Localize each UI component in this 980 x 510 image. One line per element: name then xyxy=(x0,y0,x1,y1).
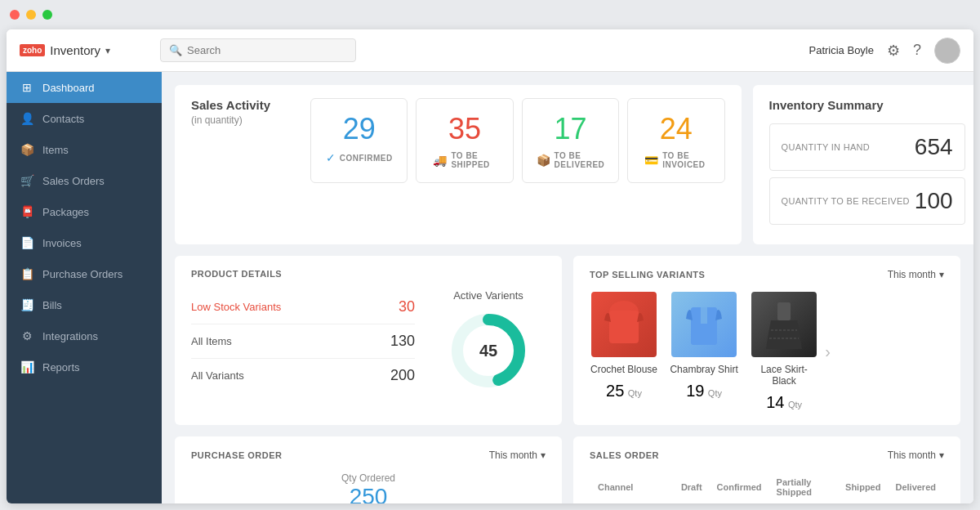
sidebar-item-contacts[interactable]: 👤 Contacts xyxy=(7,103,162,134)
user-name[interactable]: Patricia Boyle xyxy=(809,44,874,56)
all-variants-label: All Variants xyxy=(191,369,244,382)
purchase-order-header: PURCHASE ORDER This month ▾ xyxy=(191,450,546,461)
product-details-left: PRODUCT DETAILS Low Stock Variants 30 Al… xyxy=(191,269,415,412)
contacts-icon: 👤 xyxy=(20,112,34,125)
integrations-icon: ⚙ xyxy=(20,329,34,342)
sidebar-item-reports[interactable]: 📊 Reports xyxy=(7,351,162,382)
sales-activity-heading: Sales Activity xyxy=(191,98,297,112)
app-name[interactable]: Inventory xyxy=(50,43,100,57)
purchase-order-body: Qty Ordered 250 xyxy=(191,472,546,503)
inventory-summary-title: Inventory Summary xyxy=(769,98,965,112)
sales-order-filter[interactable]: This month ▾ xyxy=(888,450,944,461)
sa-card-delivered[interactable]: 17 📦 TO BE DELIVERED xyxy=(522,98,619,183)
col-channel: Channel xyxy=(591,474,673,503)
ts-next-button[interactable]: › xyxy=(818,342,831,361)
content: Sales Activity (in quantity) 29 ✓ CONFIR… xyxy=(162,72,973,503)
qty-in-hand-value: 654 xyxy=(915,134,953,160)
settings-icon[interactable]: ⚙ xyxy=(887,42,900,60)
all-items-value: 130 xyxy=(390,333,415,350)
sidebar-item-label: Items xyxy=(42,144,69,156)
all-items-label: All Items xyxy=(191,335,232,347)
lace-skirt-svg xyxy=(760,296,808,353)
po-qty-value: 250 xyxy=(350,484,388,503)
purchase-order-filter[interactable]: This month ▾ xyxy=(489,450,546,461)
col-confirmed: Confirmed xyxy=(710,474,768,503)
chambray-shirt-image xyxy=(671,292,737,357)
sidebar-item-purchase-orders[interactable]: 📋 Purchase Orders xyxy=(7,258,162,289)
ts-item-lace-skirt[interactable]: Lace Skirt-Black 14 Qty xyxy=(750,292,818,412)
sidebar-item-integrations[interactable]: ⚙ Integrations xyxy=(7,320,162,351)
minimize-button[interactable] xyxy=(26,10,36,20)
items-icon: 📦 xyxy=(20,143,34,156)
product-details-right: Active Varients 45 xyxy=(431,269,546,412)
svg-rect-3 xyxy=(609,311,639,343)
sidebar-item-label: Packages xyxy=(42,206,89,218)
middle-section: PRODUCT DETAILS Low Stock Variants 30 Al… xyxy=(175,256,960,425)
sales-activity-subtitle: (in quantity) xyxy=(191,114,243,126)
sidebar-item-label: Integrations xyxy=(42,330,98,342)
ts-item-chambray-shirt[interactable]: Chambray Shirt 19 Qty xyxy=(670,292,738,400)
sidebar-item-label: Contacts xyxy=(42,113,84,125)
help-icon[interactable]: ? xyxy=(913,42,921,59)
chambray-shirt-qty-row: 19 Qty xyxy=(686,382,722,400)
maximize-button[interactable] xyxy=(42,10,52,20)
sa-card-invoiced[interactable]: 24 💳 TO BE INVOICED xyxy=(627,98,724,183)
all-variants-value: 200 xyxy=(390,367,415,384)
confirmed-icon: ✓ xyxy=(326,151,336,164)
active-variants-title: Active Varients xyxy=(453,289,523,302)
lace-skirt-image xyxy=(751,292,817,357)
sidebar-item-dashboard[interactable]: ⊞ Dashboard xyxy=(7,72,162,103)
delivered-label: TO BE DELIVERED xyxy=(555,151,605,169)
packages-icon: 📮 xyxy=(20,205,34,218)
zoho-box-logo: zoho xyxy=(20,44,45,56)
confirmed-value: 29 xyxy=(343,112,376,146)
sa-card-shipped[interactable]: 35 🚚 TO BE SHIPPED xyxy=(416,98,513,183)
sidebar-item-label: Reports xyxy=(42,361,80,374)
avatar[interactable] xyxy=(934,38,960,64)
crochet-blouse-name: Crochet Blouse xyxy=(590,364,657,375)
purchase-orders-icon: 📋 xyxy=(20,267,34,280)
top-selling-filter[interactable]: This month ▾ xyxy=(888,269,944,280)
qty-in-hand-label: QUANTITY IN HAND xyxy=(782,142,871,152)
title-bar xyxy=(0,0,980,29)
col-draft: Draft xyxy=(675,474,709,503)
all-variants-row[interactable]: All Variants 200 xyxy=(191,359,415,392)
crochet-blouse-qty-row: 25 Qty xyxy=(606,382,642,400)
crochet-blouse-qty-label: Qty xyxy=(628,388,642,398)
lace-skirt-qty-row: 14 Qty xyxy=(766,393,802,412)
search-input[interactable] xyxy=(187,44,347,56)
confirmed-label: CONFIRMED xyxy=(340,154,393,163)
dashboard-icon: ⊞ xyxy=(20,81,34,94)
ts-item-crochet-blouse[interactable]: Crochet Blouse 25 Qty xyxy=(590,292,658,400)
sidebar-item-label: Bills xyxy=(42,299,62,311)
svg-rect-5 xyxy=(701,307,707,324)
all-items-row[interactable]: All Items 130 xyxy=(191,324,415,359)
sidebar-item-sales-orders[interactable]: 🛒 Sales Orders xyxy=(7,165,162,196)
sales-activity-section: Sales Activity (in quantity) 29 ✓ CONFIR… xyxy=(175,85,742,244)
header: zoho Inventory ▾ 🔍 Patricia Boyle ⚙ ? xyxy=(7,29,973,72)
inventory-summary: Inventory Summary QUANTITY IN HAND 654 Q… xyxy=(753,85,973,244)
reports-icon: 📊 xyxy=(20,360,34,374)
lace-skirt-qty: 14 xyxy=(766,393,784,411)
sa-card-confirmed[interactable]: 29 ✓ CONFIRMED xyxy=(310,98,408,183)
sales-order-header: SALES ORDER This month ▾ xyxy=(590,450,944,461)
low-stock-row[interactable]: Low Stock Variants 30 xyxy=(191,290,415,324)
invoices-icon: 📄 xyxy=(20,236,34,249)
sidebar-item-items[interactable]: 📦 Items xyxy=(7,134,162,165)
purchase-order-dropdown-icon: ▾ xyxy=(541,450,546,461)
close-button[interactable] xyxy=(10,10,20,20)
top-selling-title: TOP SELLING VARIANTS xyxy=(590,270,705,280)
purchase-order-card: PURCHASE ORDER This month ▾ Qty Ordered … xyxy=(175,436,562,503)
app-dropdown-arrow[interactable]: ▾ xyxy=(105,45,110,56)
search-bar[interactable]: 🔍 xyxy=(160,38,356,62)
col-delivered: Delivered xyxy=(889,474,942,503)
lace-skirt-name: Lace Skirt-Black xyxy=(750,364,818,387)
sidebar-item-packages[interactable]: 📮 Packages xyxy=(7,196,162,227)
invoiced-icon: 💳 xyxy=(644,154,658,167)
sales-order-filter-label: This month xyxy=(888,450,936,461)
shipped-icon: 🚚 xyxy=(433,154,447,167)
sidebar-item-invoices[interactable]: 📄 Invoices xyxy=(7,227,162,258)
app-container: zoho Inventory ▾ 🔍 Patricia Boyle ⚙ ? ⊞ … xyxy=(7,29,973,503)
bills-icon: 🧾 xyxy=(20,298,34,311)
sidebar-item-bills[interactable]: 🧾 Bills xyxy=(7,289,162,320)
